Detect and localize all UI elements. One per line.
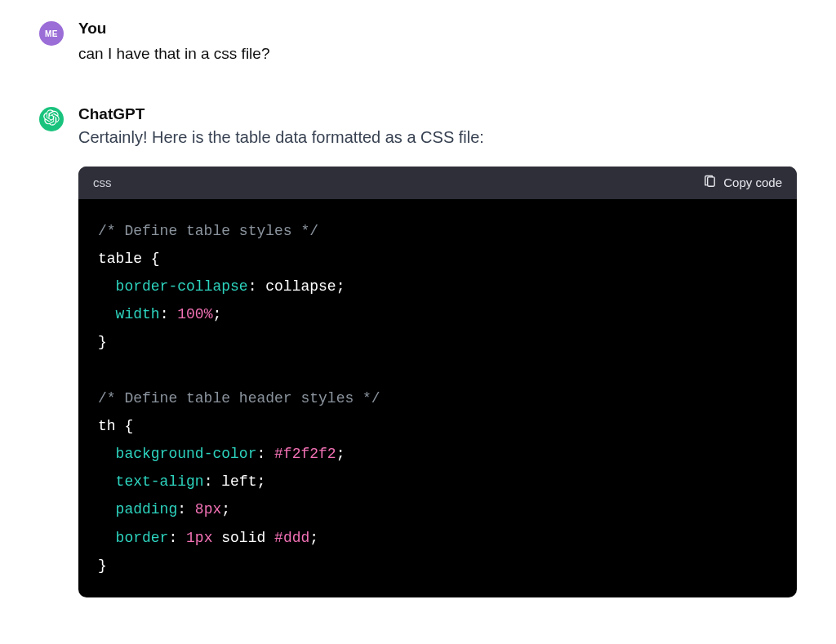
code-value: solid — [221, 530, 265, 546]
assistant-avatar — [39, 107, 64, 131]
code-selector: table { — [98, 251, 160, 267]
code-number: 100% — [177, 306, 212, 322]
code-brace: } — [98, 557, 107, 574]
code-prop: background-color — [116, 446, 257, 462]
code-number: #ddd — [274, 530, 309, 546]
assistant-message: ChatGPT Certainly! Here is the table dat… — [39, 105, 797, 597]
chat-container: ME You can I have that in a css file? Ch… — [0, 0, 836, 597]
code-prop: border-collapse — [116, 278, 248, 295]
code-comment: /* Define table styles */ — [98, 223, 318, 239]
code-language-label: css — [93, 175, 112, 189]
code-number: 8px — [195, 501, 221, 517]
assistant-message-body: ChatGPT Certainly! Here is the table dat… — [78, 105, 797, 597]
code-prop: text-align — [116, 473, 204, 490]
clipboard-icon — [703, 175, 717, 191]
code-comment: /* Define table header styles */ — [98, 390, 380, 406]
user-avatar-initials: ME — [45, 29, 58, 38]
code-number: 1px — [186, 530, 212, 546]
code-brace: } — [98, 334, 107, 350]
code-prop: border — [116, 530, 169, 546]
copy-code-button[interactable]: Copy code — [703, 175, 782, 191]
code-selector: th { — [98, 418, 133, 434]
user-message: ME You can I have that in a css file? — [39, 20, 797, 66]
user-message-body: You can I have that in a css file? — [78, 20, 797, 66]
code-block: css Copy code /* Define table styles */ … — [78, 167, 797, 597]
user-avatar: ME — [39, 21, 64, 46]
assistant-name: ChatGPT — [78, 105, 797, 123]
assistant-intro-text: Certainly! Here is the table data format… — [78, 128, 797, 147]
code-value: left — [221, 473, 256, 490]
user-name: You — [78, 20, 797, 38]
copy-code-label: Copy code — [723, 175, 782, 189]
openai-logo-icon — [43, 109, 60, 129]
svg-rect-0 — [708, 176, 715, 185]
code-body[interactable]: /* Define table styles */ table { border… — [78, 199, 797, 597]
code-prop: padding — [116, 501, 178, 517]
code-value: collapse — [265, 278, 336, 295]
code-header: css Copy code — [78, 167, 797, 199]
code-number: #f2f2f2 — [274, 446, 336, 462]
user-message-text: can I have that in a css file? — [78, 42, 797, 66]
code-prop: width — [116, 306, 160, 322]
